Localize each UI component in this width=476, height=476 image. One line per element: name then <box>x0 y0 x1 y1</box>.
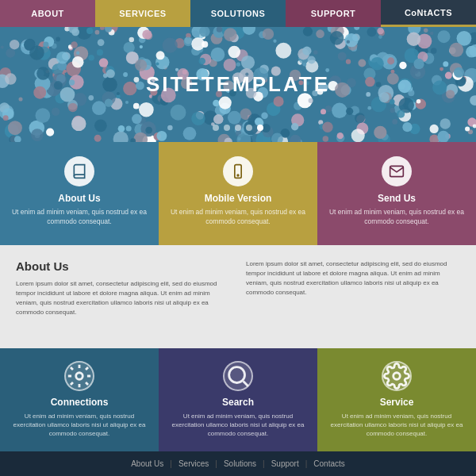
about-section: About Us Lorem ipsum dolor sit amet, con… <box>0 245 476 348</box>
nav-item-about[interactable]: ABOUT <box>0 0 95 27</box>
site-title: SITETEMPLATE <box>146 72 330 97</box>
footer-separator: | <box>305 459 308 468</box>
footer-nav: About Us|Services|Solutions|Support|Cont… <box>0 451 476 476</box>
bottom-feature-desc: Ut enim ad minim veniam, quis nostrud ex… <box>167 412 309 439</box>
carousel-dot-1[interactable] <box>224 125 230 131</box>
feature-title: Mobile Version <box>205 193 272 204</box>
bottom-feature-connections: Connections Ut enim ad minim veniam, qui… <box>0 348 159 451</box>
bottom-feature-title: Service <box>380 397 414 408</box>
carousel-dot-3[interactable] <box>246 125 252 131</box>
nav-item-contacts[interactable]: CoNtACTS <box>381 0 476 27</box>
svg-point-2 <box>76 373 83 380</box>
carousel-dot-0[interactable] <box>213 125 219 131</box>
feature-desc: Ut enim ad minim veniam, quis nostrud ex… <box>10 208 149 227</box>
footer-separator: | <box>170 459 172 468</box>
svg-point-5 <box>393 373 401 380</box>
nav-item-services[interactable]: SERVICES <box>95 0 190 27</box>
nav-item-support[interactable]: SUPPORT <box>286 0 381 27</box>
feature-desc: Ut enim ad minim veniam, quis nostrud ex… <box>327 208 466 227</box>
feature-desc: Ut enim ad minim veniam, quis nostrud ex… <box>168 208 308 227</box>
gear-icon <box>382 361 412 391</box>
feature-about-us: About Us Ut enim ad minim veniam, quis n… <box>0 142 159 245</box>
footer-nav-solutions[interactable]: Solutions <box>224 459 256 468</box>
mail-icon <box>382 156 412 186</box>
bottom-feature-desc: Ut enim ad minim veniam, quis nostrud ex… <box>8 412 151 439</box>
svg-line-4 <box>244 382 248 386</box>
bottom-feature-desc: Ut enim ad minim veniam, quis nostrud ex… <box>325 412 468 439</box>
feature-send: Send Us Ut enim ad minim veniam, quis no… <box>317 142 476 245</box>
nav-item-solutions[interactable]: SOLUTIONS <box>190 0 286 27</box>
phone-icon <box>223 156 253 186</box>
footer-separator: | <box>263 459 265 468</box>
svg-point-1 <box>237 175 239 176</box>
bottom-features-row: Connections Ut enim ad minim veniam, qui… <box>0 348 476 451</box>
bottom-feature-service: Service Ut enim ad minim veniam, quis no… <box>317 348 476 451</box>
bottom-feature-search: Search Ut enim ad minim veniam, quis nos… <box>159 348 317 451</box>
bottom-feature-title: Connections <box>51 397 109 408</box>
svg-point-3 <box>229 367 245 383</box>
about-heading: About Us <box>16 259 230 273</box>
book-icon <box>64 156 94 186</box>
footer-nav-services[interactable]: Services <box>178 459 209 468</box>
about-col-1: About Us Lorem ipsum dolor sit amet, con… <box>16 259 230 334</box>
footer-nav-support[interactable]: Support <box>271 459 299 468</box>
about-col-2: Lorem ipsum dolor sit amet, consectetur … <box>246 259 460 334</box>
carousel-indicators <box>213 125 263 131</box>
settings-icon <box>64 361 94 391</box>
footer-separator: | <box>215 459 217 468</box>
carousel-dot-2[interactable] <box>235 125 241 131</box>
footer-nav-contacts[interactable]: Contacts <box>313 459 344 468</box>
about-text-1: Lorem ipsum dolor sit amet, consectetur … <box>16 279 230 317</box>
feature-title: About Us <box>58 193 100 204</box>
footer-nav-about-us[interactable]: About Us <box>131 459 163 468</box>
about-text-2: Lorem ipsum dolor sit amet, consectetur … <box>246 259 460 298</box>
search-icon <box>223 361 253 391</box>
carousel-dot-4[interactable] <box>257 125 263 131</box>
features-row: About Us Ut enim ad minim veniam, quis n… <box>0 142 476 245</box>
bottom-feature-title: Search <box>222 397 254 408</box>
feature-mobile: Mobile Version Ut enim ad minim veniam, … <box>159 142 317 245</box>
hero-section: SITETEMPLATE <box>0 27 476 142</box>
main-nav: ABOUTSERVICESSOLUTIONSSUPPORTCoNtACTS <box>0 0 476 27</box>
feature-title: Send Us <box>378 193 416 204</box>
